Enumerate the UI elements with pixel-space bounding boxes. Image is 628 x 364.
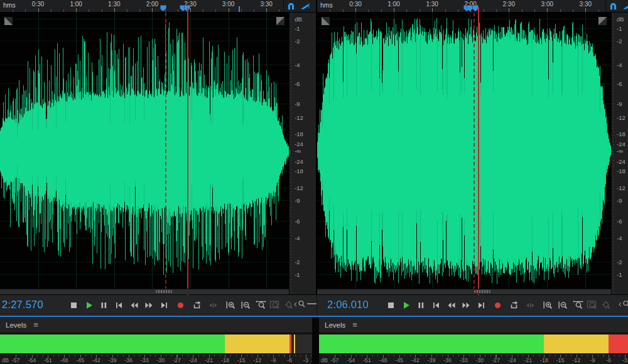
pause-button[interactable] bbox=[97, 298, 111, 312]
db-label: -24 bbox=[617, 158, 625, 165]
play-button[interactable] bbox=[82, 298, 95, 312]
waveform-scrollbar[interactable] bbox=[0, 289, 289, 294]
ruler-unit-label: hms bbox=[320, 1, 333, 9]
ruler-label: 1:30 bbox=[108, 1, 120, 8]
skip-forward-button[interactable] bbox=[474, 298, 488, 312]
timeline-ruler[interactable]: hms 0:301:001:302:002:303:003:30 bbox=[0, 0, 283, 12]
ruler-tick bbox=[343, 9, 344, 12]
play-button[interactable] bbox=[399, 298, 413, 312]
time-display[interactable]: 2:27.570 bbox=[2, 299, 43, 311]
corner-grip-icon[interactable] bbox=[322, 16, 330, 24]
db-label: -4 bbox=[617, 61, 622, 68]
ruler-label: 2:00 bbox=[146, 1, 158, 8]
playhead[interactable] bbox=[478, 8, 479, 295]
pause-button[interactable] bbox=[414, 298, 428, 312]
db-label: -4 bbox=[295, 61, 300, 68]
meter-scale-label: dB bbox=[321, 357, 328, 363]
meter-scale-label: -45 bbox=[76, 357, 84, 363]
timeline-ruler[interactable]: hms 0:301:001:302:002:303:003:30 bbox=[317, 0, 605, 12]
meter-scale-label: -33 bbox=[141, 357, 149, 363]
ruler-blue-tick bbox=[239, 6, 240, 12]
rewind-button[interactable] bbox=[444, 298, 458, 312]
zoom-out-full-button bbox=[268, 298, 281, 312]
meter-scale-label: -51 bbox=[44, 357, 52, 363]
zoom-out-button[interactable] bbox=[239, 298, 252, 312]
skip-back-button[interactable] bbox=[112, 298, 126, 312]
corner-grip-icon[interactable] bbox=[276, 16, 284, 24]
ruler-tick bbox=[38, 8, 39, 12]
meter-scale-label: -6 bbox=[287, 357, 292, 363]
zoom-navigator[interactable]: ‹ bbox=[619, 299, 628, 308]
corner-grip-icon[interactable] bbox=[4, 16, 13, 24]
marker-flag-icon[interactable] bbox=[300, 2, 311, 11]
transport-bar-left: 2:27.570 ‹ bbox=[0, 295, 317, 316]
scrollbar-grip[interactable] bbox=[474, 290, 490, 293]
db-label: -12 bbox=[617, 114, 625, 120]
loop-playback-button[interactable] bbox=[190, 298, 203, 312]
scrollbar-grip[interactable] bbox=[156, 290, 172, 293]
zoom-in-button[interactable] bbox=[541, 298, 555, 312]
loop-playback-button[interactable] bbox=[507, 298, 521, 312]
corner-grip-icon[interactable] bbox=[598, 16, 607, 24]
meter-scale-label: -42 bbox=[411, 357, 420, 363]
zoom-selection-button[interactable] bbox=[254, 298, 268, 312]
meter-scale-label: -24 bbox=[189, 357, 197, 363]
meter-scale-label: -30 bbox=[156, 357, 165, 363]
stop-button[interactable] bbox=[384, 298, 398, 312]
marker-flag-icon[interactable] bbox=[622, 2, 628, 11]
meter-scale-label: -36 bbox=[124, 357, 133, 363]
ruler-tick bbox=[484, 9, 484, 12]
fast-forward-button[interactable] bbox=[142, 298, 156, 312]
zoom-selection-button[interactable] bbox=[571, 298, 585, 312]
meter-scale-label: -39 bbox=[108, 357, 116, 363]
meter-scale: dB-57-54-51-48-45-42-39-36-33-30-27-24-2… bbox=[319, 355, 628, 364]
meter-bar-segment bbox=[290, 335, 291, 353]
record-button[interactable] bbox=[490, 298, 504, 312]
meter-scale-label: -27 bbox=[492, 357, 500, 363]
meter-scale-label: -51 bbox=[363, 357, 371, 363]
meter-scale-label: dB bbox=[2, 357, 9, 363]
db-label: -1 bbox=[617, 25, 622, 32]
waveform-display[interactable] bbox=[317, 13, 611, 294]
panel-menu-icon[interactable]: ≡ bbox=[33, 320, 38, 329]
audio-editor-app: hms 0:301:001:302:002:303:003:30 bbox=[0, 0, 628, 364]
meter-scale-label: -39 bbox=[427, 357, 435, 363]
fast-forward-button[interactable] bbox=[459, 298, 473, 312]
ruler-tick bbox=[51, 9, 51, 12]
rewind-button[interactable] bbox=[127, 298, 141, 312]
waveform-scrollbar[interactable] bbox=[317, 289, 611, 294]
playhead[interactable] bbox=[187, 8, 188, 295]
meter-bar-segment bbox=[319, 335, 544, 353]
meter-scale-label: -12 bbox=[253, 357, 261, 363]
waveform-canvas[interactable] bbox=[0, 13, 289, 289]
skip-forward-button[interactable] bbox=[157, 298, 171, 312]
ruler-tick bbox=[432, 8, 433, 12]
zoom-navigator[interactable]: ‹ bbox=[294, 299, 317, 308]
time-display[interactable]: 2:06.010 bbox=[327, 299, 369, 311]
ruler-label: 0:30 bbox=[32, 1, 44, 8]
ruler-label: 0:30 bbox=[349, 1, 361, 8]
magnet-icon[interactable] bbox=[286, 2, 296, 11]
db-label: -9 bbox=[295, 197, 300, 204]
ruler-label: 1:00 bbox=[387, 1, 399, 8]
ruler-tick bbox=[406, 9, 407, 12]
record-button[interactable] bbox=[173, 298, 187, 312]
zoom-out-button[interactable] bbox=[556, 298, 570, 312]
waveform-display[interactable] bbox=[0, 13, 289, 294]
meter-scale-label: -12 bbox=[572, 357, 580, 363]
meter-scale-label: -9 bbox=[590, 357, 595, 363]
ruler-corner bbox=[283, 0, 316, 12]
waveform-canvas[interactable] bbox=[317, 13, 611, 289]
panel-menu-icon[interactable]: ≡ bbox=[352, 320, 357, 329]
stop-button[interactable] bbox=[67, 298, 80, 312]
skip-back-button[interactable] bbox=[429, 298, 443, 312]
meter-scale-label: -18 bbox=[540, 357, 548, 363]
db-label: -9 bbox=[295, 100, 300, 107]
magnet-icon[interactable] bbox=[609, 2, 618, 11]
db-scale: dB-1-2-4-6-9-12-18-24-∞-24-18-12-9-6-4-2… bbox=[289, 13, 316, 294]
ruler-tick bbox=[573, 9, 573, 12]
meter-scale-label: -21 bbox=[205, 357, 213, 363]
zoom-in-button[interactable] bbox=[224, 298, 237, 312]
ruler-label: 1:30 bbox=[426, 1, 438, 8]
ruler-tick bbox=[215, 9, 216, 12]
